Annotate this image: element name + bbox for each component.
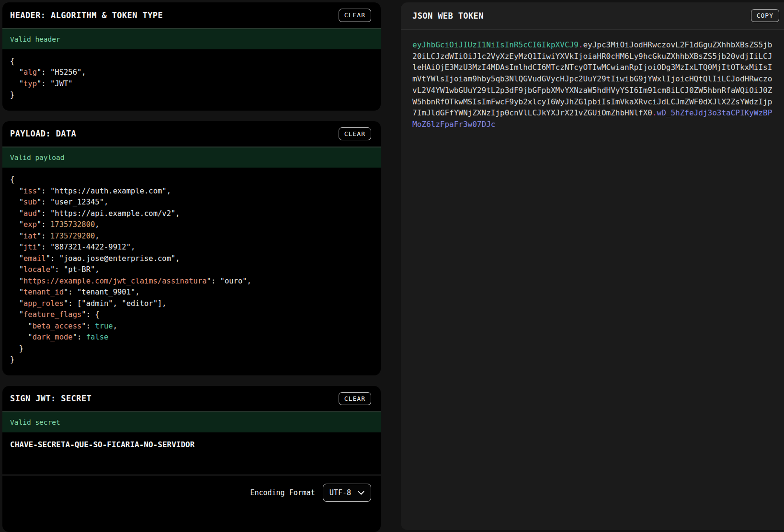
payload-status-badge: Valid payload [2,147,381,168]
header-panel: HEADER: ALGORITHM & TOKEN TYPE CLEAR Val… [2,2,381,111]
jwt-segment-header: eyJhbGciOiJIUzI1NiIsInR5cCI6IkpXVCJ9 [412,40,579,49]
header-panel-title: HEADER: ALGORITHM & TOKEN TYPE [10,11,163,20]
jwt-segment-separator: . [579,40,583,49]
secret-panel-titlebar: SIGN JWT: SECRET CLEAR [2,386,381,412]
payload-panel: PAYLOAD: DATA CLEAR Valid payload { "iss… [2,121,381,375]
jwt-panel-title: JSON WEB TOKEN [412,11,484,21]
jwt-debugger-app: HEADER: ALGORITHM & TOKEN TYPE CLEAR Val… [0,0,784,532]
payload-panel-titlebar: PAYLOAD: DATA CLEAR [2,121,381,147]
jwt-token-text: eyJhbGciOiJIUzI1NiIsInR5cCI6IkpXVCJ9.eyJ… [412,39,772,130]
secret-panel: SIGN JWT: SECRET CLEAR Valid secret CHAV… [2,386,381,532]
secret-status-badge: Valid secret [2,411,381,432]
copy-token-button[interactable]: COPY [751,9,779,23]
jwt-panel-titlebar: JSON WEB TOKEN COPY [401,2,784,30]
encoding-format-label: Encoding Format [250,488,315,497]
header-json-editor[interactable]: { "alg": "HS256", "typ": "JWT"} [2,49,381,111]
jwt-token-display[interactable]: eyJhbGciOiJIUzI1NiIsInR5cCI6IkpXVCJ9.eyJ… [401,30,784,530]
header-clear-button[interactable]: CLEAR [339,9,371,22]
payload-panel-title: PAYLOAD: DATA [10,129,76,138]
secret-panel-title: SIGN JWT: SECRET [10,394,91,403]
jwt-panel: JSON WEB TOKEN COPY eyJhbGciOiJIUzI1NiIs… [401,2,784,530]
secret-input[interactable]: CHAVE-SECRETA-QUE-SO-FICARIA-NO-SERVIDOR [2,432,381,475]
payload-clear-button[interactable]: CLEAR [339,127,371,141]
payload-json-editor[interactable]: { "iss": "https://auth.example.com", "su… [2,168,381,375]
secret-footer: Encoding Format UTF-8 [2,475,381,510]
jwt-segment-separator: . [652,108,657,117]
jwt-segment-payload: eyJpc3MiOiJodHRwczovL2F1dGguZXhhbXBsZS5j… [412,40,772,117]
encoder-column: HEADER: ALGORITHM & TOKEN TYPE CLEAR Val… [2,2,381,532]
encoding-format-select[interactable]: UTF-8 [323,484,371,502]
encoding-format-value: UTF-8 [330,488,351,497]
secret-clear-button[interactable]: CLEAR [339,392,371,406]
header-status-badge: Valid header [2,28,381,49]
header-panel-titlebar: HEADER: ALGORITHM & TOKEN TYPE CLEAR [2,2,381,28]
chevron-down-icon [358,491,364,495]
token-column: JSON WEB TOKEN COPY eyJhbGciOiJIUzI1NiIs… [401,2,784,530]
